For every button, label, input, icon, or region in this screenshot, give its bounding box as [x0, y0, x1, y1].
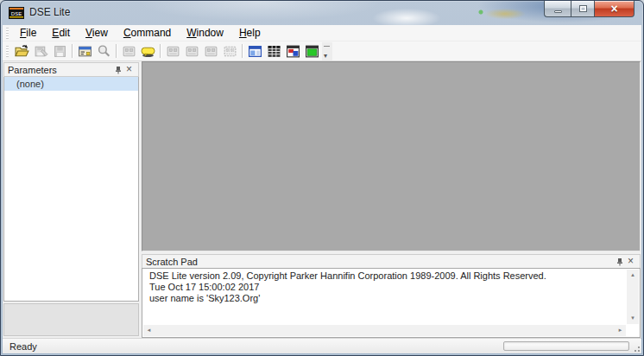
- menu-window-key: W: [186, 27, 196, 39]
- toolbar-gripper[interactable]: [6, 46, 9, 57]
- toolbar-separator: [72, 44, 73, 58]
- monitor-button[interactable]: [302, 42, 321, 60]
- scratch-pad-panel: Scratch Pad DSE Lite version 2.09, Copyr…: [142, 254, 641, 338]
- vertical-scrollbar[interactable]: [627, 270, 639, 324]
- block-grid-icon: [223, 44, 237, 59]
- table-button[interactable]: [264, 42, 283, 60]
- tree-item-none[interactable]: (none): [4, 77, 138, 91]
- scratch-line-1: DSE Lite version 2.09, Copyright Parker …: [149, 270, 624, 282]
- device-properties-button[interactable]: [75, 42, 94, 60]
- save-icon: [53, 44, 67, 59]
- chart-button[interactable]: [283, 42, 302, 60]
- block-icon: [204, 44, 218, 59]
- parameters-panel-title: Parameters: [8, 65, 112, 75]
- comment-button[interactable]: [138, 42, 157, 60]
- minimize-icon: [554, 10, 562, 13]
- menu-bar: File Edit View Command Window Help: [3, 25, 641, 41]
- left-dock-empty-area: [3, 303, 139, 336]
- close-button[interactable]: [595, 1, 635, 17]
- block-icon: [185, 44, 199, 59]
- chart-icon: [286, 44, 300, 59]
- block-button-4[interactable]: [201, 42, 220, 60]
- menu-file[interactable]: File: [12, 25, 44, 41]
- save-button[interactable]: [50, 42, 69, 60]
- app-window: DSE DSE Lite File Edit View Command Wind…: [0, 0, 644, 356]
- menu-window-rest: indow: [197, 27, 224, 39]
- minimize-button[interactable]: [544, 1, 571, 17]
- search-button[interactable]: [94, 42, 113, 60]
- close-icon: [610, 1, 617, 16]
- toolbar: [3, 41, 641, 61]
- table-icon: [267, 44, 281, 59]
- parameters-close-button[interactable]: [123, 64, 135, 75]
- block-grid-button[interactable]: [220, 42, 239, 60]
- comment-icon: [141, 44, 155, 59]
- scratch-line-3: user name is 'Sky123.Org': [149, 293, 624, 304]
- workspace: Parameters (none): [3, 61, 641, 338]
- status-bar: Ready: [3, 338, 641, 353]
- window-controls: [544, 1, 635, 17]
- menu-help-rest: elp: [247, 27, 261, 39]
- scratch-line-2: Tue Oct 17 15:00:02 2017: [149, 282, 624, 293]
- scroll-down-icon[interactable]: [627, 313, 639, 324]
- progress-bar: [503, 341, 629, 351]
- block-button-3[interactable]: [182, 42, 201, 60]
- pin-button[interactable]: [614, 256, 625, 267]
- open-file-button[interactable]: [12, 42, 31, 60]
- maximize-button[interactable]: [571, 1, 595, 17]
- menu-gripper[interactable]: [6, 28, 9, 39]
- block-button-1[interactable]: [119, 42, 138, 60]
- menu-view-rest: iew: [92, 27, 108, 39]
- scratch-pad-header: Scratch Pad: [142, 254, 641, 269]
- monitor-icon: [305, 44, 319, 59]
- block-icon: [166, 44, 180, 59]
- window-title: DSE Lite: [29, 6, 70, 18]
- menu-window[interactable]: Window: [179, 25, 231, 41]
- parameters-panel-header: Parameters: [3, 62, 139, 77]
- block-button-2[interactable]: [163, 42, 182, 60]
- toolbar-overflow-button[interactable]: [322, 42, 332, 60]
- menu-help[interactable]: Help: [231, 25, 268, 41]
- menu-command-key: C: [123, 27, 131, 39]
- horizontal-scrollbar[interactable]: [143, 325, 626, 336]
- device-properties-icon: [78, 44, 92, 59]
- title-bar[interactable]: DSE DSE Lite: [1, 1, 643, 25]
- toolbar-separator: [116, 44, 117, 58]
- overflow-line: [324, 46, 330, 47]
- pin-icon: [616, 257, 624, 266]
- open-file-icon: [15, 44, 29, 59]
- status-text: Ready: [9, 341, 37, 352]
- menu-view-key: V: [85, 27, 92, 39]
- scratch-pad-content[interactable]: DSE Lite version 2.09, Copyright Parker …: [142, 268, 641, 338]
- scroll-left-icon[interactable]: [143, 325, 155, 336]
- menu-edit[interactable]: Edit: [44, 25, 78, 41]
- scroll-right-icon[interactable]: [615, 325, 626, 336]
- svg-text:DSE: DSE: [11, 11, 22, 16]
- menu-edit-rest: dit: [59, 27, 70, 39]
- menu-command[interactable]: Command: [116, 25, 179, 41]
- parameters-panel: Parameters (none): [3, 62, 139, 336]
- block-icon: [122, 44, 136, 59]
- toolbar-separator: [242, 44, 243, 58]
- scratch-pad-text: DSE Lite version 2.09, Copyright Parker …: [149, 270, 624, 304]
- app-icon: DSE: [9, 7, 24, 19]
- menu-file-rest: ile: [26, 27, 36, 39]
- scratch-pad-close-button[interactable]: [625, 256, 636, 267]
- pin-button[interactable]: [112, 64, 123, 75]
- window-body: File Edit View Command Window Help: [3, 25, 641, 353]
- menu-command-rest: ommand: [131, 27, 172, 39]
- scroll-up-icon[interactable]: [627, 270, 639, 281]
- search-icon: [97, 44, 111, 59]
- watch-window-button[interactable]: [245, 42, 264, 60]
- pin-icon: [114, 66, 123, 74]
- save-as-button[interactable]: [31, 42, 50, 60]
- resize-grip[interactable]: [632, 344, 641, 353]
- mdi-area[interactable]: [142, 61, 641, 251]
- parameters-tree: (none): [3, 77, 139, 302]
- menu-view[interactable]: View: [78, 25, 116, 41]
- menu-help-key: H: [239, 27, 247, 39]
- scratch-pad-title: Scratch Pad: [146, 257, 614, 267]
- toolbar-separator: [160, 44, 161, 58]
- watch-window-icon: [248, 44, 262, 59]
- save-as-icon: [34, 44, 48, 59]
